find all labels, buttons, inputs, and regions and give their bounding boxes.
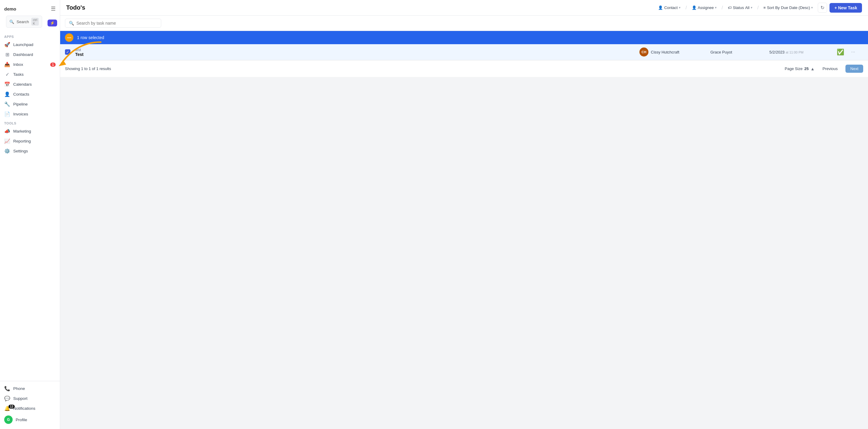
support-icon: 💬 xyxy=(4,396,10,401)
sort-icon: ≡ xyxy=(763,5,766,10)
contact-icon: 👤 xyxy=(658,5,663,10)
sidebar-item-marketing[interactable]: 📣 Marketing xyxy=(0,126,60,136)
avatar: G xyxy=(4,416,12,424)
sidebar-item-label: Pipeline xyxy=(13,102,28,106)
task-checkbox[interactable]: ✓ xyxy=(65,49,70,55)
page-size-value: 25 xyxy=(804,66,808,71)
app-name: demo xyxy=(4,6,16,11)
date-col: 5/2/2023 at 11:00 PM xyxy=(769,50,830,55)
content-area: 🔍 — 1 row selected ✓ test Test xyxy=(60,15,868,429)
pipeline-icon: 🔧 xyxy=(4,101,10,107)
bulk-action-bar: — 1 row selected xyxy=(60,31,868,44)
hamburger-icon[interactable]: ☰ xyxy=(51,5,56,12)
separator: / xyxy=(685,5,687,10)
task-name-col: test Test xyxy=(75,47,634,57)
inbox-icon: 📥 xyxy=(4,62,10,67)
sidebar-item-invoices[interactable]: 📄 Invoices xyxy=(0,109,60,119)
sidebar-item-launchpad[interactable]: 🚀 Launchpad xyxy=(0,40,60,50)
dashboard-icon: ⊞ xyxy=(4,52,10,58)
search-icon: 🔍 xyxy=(69,21,74,26)
sidebar-item-profile[interactable]: G Profile xyxy=(0,414,60,426)
app-logo: demo ☰ xyxy=(0,3,60,15)
notifications-badge: 13 xyxy=(8,405,15,408)
status-col: ✅ xyxy=(834,48,846,56)
sidebar-item-phone[interactable]: 📞 Phone xyxy=(0,384,60,394)
search-input[interactable] xyxy=(76,21,157,26)
sidebar: demo ☰ 🔍 Search ctrl K ⚡ Apps 🚀 Launchpa… xyxy=(0,0,60,429)
showing-text: Showing 1 to 1 of 1 results xyxy=(65,66,111,71)
sidebar-item-label: Reporting xyxy=(13,139,31,143)
sidebar-item-label: Marketing xyxy=(13,129,31,133)
table-row: ✓ test Test CH Cissy Hutchcraft Grace Pu… xyxy=(60,44,868,60)
sidebar-item-reporting[interactable]: 📈 Reporting xyxy=(0,136,60,146)
sidebar-item-inbox[interactable]: 📥 Inbox 1 xyxy=(0,60,60,69)
complete-icon: ✅ xyxy=(837,48,844,56)
bulk-text: 1 row selected xyxy=(77,35,104,40)
tasks-icon: ✓ xyxy=(4,71,10,77)
bulk-checkbox-icon[interactable]: — xyxy=(65,33,73,42)
search-label: Search xyxy=(17,20,29,24)
sidebar-item-label: Phone xyxy=(13,386,25,391)
page-size-label: Page Size xyxy=(785,66,802,71)
sidebar-item-support[interactable]: 💬 Support xyxy=(0,394,60,403)
new-task-button[interactable]: + New Task xyxy=(830,3,862,12)
search-bar[interactable]: 🔍 xyxy=(65,19,161,28)
sidebar-item-calendars[interactable]: 📅 Calendars xyxy=(0,79,60,89)
tools-section-label: Tools xyxy=(0,119,60,126)
status-label: Status xyxy=(733,5,744,10)
search-button[interactable]: 🔍 Search ctrl K xyxy=(6,15,42,28)
contact-filter[interactable]: 👤 Contact ▾ xyxy=(656,4,683,11)
sort-label: Sort By xyxy=(767,5,780,10)
calendars-icon: 📅 xyxy=(4,81,10,87)
main-content: Todo's 👤 Contact ▾ / 👤 Assignee ▾ / 🏷 St… xyxy=(60,0,868,429)
contact-avatar: CH xyxy=(640,47,648,57)
marketing-icon: 📣 xyxy=(4,128,10,134)
pagination-row: Showing 1 to 1 of 1 results Page Size 25… xyxy=(60,60,868,77)
topbar: Todo's 👤 Contact ▾ / 👤 Assignee ▾ / 🏷 St… xyxy=(60,0,868,15)
apps-section-label: Apps xyxy=(0,32,60,40)
bolt-button[interactable]: ⚡ xyxy=(48,20,57,27)
sidebar-item-notifications[interactable]: 🔔 Notifications 13 xyxy=(0,403,60,414)
sidebar-item-label: Tasks xyxy=(13,72,24,77)
separator: / xyxy=(757,5,758,10)
task-link[interactable]: test xyxy=(75,48,81,52)
status-filter[interactable]: 🏷 Status All ▾ xyxy=(725,4,755,11)
sidebar-item-pipeline[interactable]: 🔧 Pipeline xyxy=(0,99,60,109)
assignee-label: Assignee xyxy=(698,5,714,10)
chevron-down-icon: ▾ xyxy=(679,6,681,10)
inbox-badge: 1 xyxy=(50,63,56,67)
chevron-down-icon: ▾ xyxy=(751,6,752,10)
chevron-down-icon: ▾ xyxy=(715,6,717,10)
search-row: 🔍 xyxy=(60,15,868,31)
sidebar-item-label: Launchpad xyxy=(13,42,33,47)
sort-filter[interactable]: ≡ Sort By Due Date (Desc) ▾ xyxy=(761,4,815,11)
reporting-icon: 📈 xyxy=(4,138,10,144)
page-title: Todo's xyxy=(66,4,85,11)
sidebar-item-tasks[interactable]: ✓ Tasks xyxy=(0,69,60,79)
sidebar-item-settings[interactable]: ⚙️ Settings xyxy=(0,146,60,156)
next-button[interactable]: Next xyxy=(845,65,863,73)
chevron-up-icon[interactable]: ▲ xyxy=(811,66,815,71)
previous-button[interactable]: Previous xyxy=(819,65,841,72)
contact-name: Cissy Hutchcraft xyxy=(651,50,679,55)
sidebar-item-label: Settings xyxy=(13,149,28,153)
assignee-filter[interactable]: 👤 Assignee ▾ xyxy=(689,4,719,11)
sidebar-item-dashboard[interactable]: ⊞ Dashboard xyxy=(0,50,60,60)
sidebar-item-label: Calendars xyxy=(13,82,32,87)
minus-icon: — xyxy=(67,35,71,40)
row-actions-button[interactable]: ··· xyxy=(851,49,863,55)
separator: / xyxy=(721,5,723,10)
contacts-icon: 👤 xyxy=(4,91,10,97)
contact-col: CH Cissy Hutchcraft xyxy=(640,47,706,57)
search-shortcut: ctrl K xyxy=(31,18,39,26)
sidebar-bottom: 📞 Phone 💬 Support 🔔 Notifications 13 G P… xyxy=(0,381,60,426)
phone-icon: 📞 xyxy=(4,386,10,391)
sidebar-item-contacts[interactable]: 👤 Contacts xyxy=(0,89,60,99)
refresh-button[interactable]: ↻ xyxy=(818,3,827,12)
sidebar-item-label: Invoices xyxy=(13,112,28,117)
sidebar-item-label: Support xyxy=(13,396,27,401)
sidebar-item-label: Inbox xyxy=(13,62,23,67)
search-icon: 🔍 xyxy=(9,20,14,24)
assignee-col: Grace Puyot xyxy=(710,50,765,55)
tag-icon: 🏷 xyxy=(728,5,732,10)
